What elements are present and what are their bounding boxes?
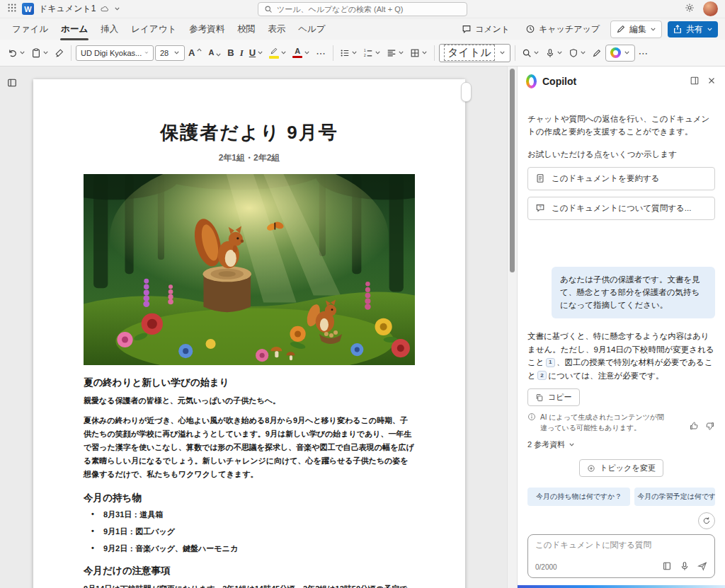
- divider: [71, 45, 72, 61]
- app-launcher-button[interactable]: [7, 3, 17, 15]
- copilot-chat: チャットや質問への返信を行い、このドキュメントの作成と要約を支援することができま…: [518, 96, 725, 585]
- share-button[interactable]: 共有: [668, 21, 718, 38]
- citation-badge[interactable]: 1: [546, 358, 555, 367]
- document-name[interactable]: ドキュメント1: [39, 3, 96, 15]
- search-input[interactable]: [277, 5, 461, 13]
- thumbnail-pane-toggle[interactable]: [5, 76, 19, 92]
- send-icon: [697, 561, 707, 571]
- copilot-input-box[interactable]: 0/2000: [527, 534, 715, 578]
- voice-input-button[interactable]: [680, 561, 690, 573]
- font-name-select[interactable]: UD Digi Kyokas...: [76, 45, 154, 61]
- settings-button[interactable]: [685, 3, 695, 15]
- format-painter-button[interactable]: [52, 46, 67, 60]
- formatting-toolbar: UD Digi Kyokas... 28 A A B I U A ⋯ タイトル: [0, 40, 725, 67]
- document-scrollbar[interactable]: [507, 67, 517, 588]
- shield-icon: [569, 48, 578, 58]
- find-button[interactable]: [520, 46, 542, 60]
- tab-references[interactable]: 参考資料: [183, 20, 231, 39]
- copilot-intro: チャットや質問への返信を行い、このドキュメントの作成と要約を支援することができま…: [527, 113, 715, 139]
- document-page[interactable]: 保護者だより 9月号 2年1組・2年2組: [33, 79, 465, 588]
- tab-help[interactable]: ヘルプ: [292, 20, 331, 39]
- bold-button[interactable]: B: [225, 46, 236, 59]
- borders-button[interactable]: [408, 46, 430, 60]
- send-button[interactable]: [697, 561, 707, 573]
- content-area: 保護者だより 9月号 2年1組・2年2組: [0, 67, 725, 588]
- copilot-input[interactable]: [535, 541, 707, 549]
- page-scroll-indicator[interactable]: [461, 82, 472, 102]
- thumbs-down-button[interactable]: [705, 421, 715, 433]
- highlighter-icon: [270, 47, 278, 55]
- change-topic-button[interactable]: トピックを変更: [579, 459, 663, 477]
- catchup-button[interactable]: キャッチアップ: [520, 21, 605, 38]
- tab-insert[interactable]: 挿入: [94, 20, 125, 39]
- undo-button[interactable]: [6, 46, 28, 60]
- divider: [333, 45, 333, 61]
- chevron-down-icon: [707, 26, 713, 33]
- ai-disclaimer: AI によって生成されたコンテンツが間違っている可能性もあります。: [527, 413, 715, 433]
- chip-study-plan[interactable]: 今月の学習予定は何ですか？: [634, 488, 715, 506]
- numbering-button[interactable]: [361, 46, 383, 60]
- more-commands-button[interactable]: ⋯: [636, 46, 651, 60]
- font-size-select[interactable]: 28: [155, 45, 185, 61]
- clock-icon: [525, 24, 535, 34]
- comments-button[interactable]: コメント: [457, 21, 515, 38]
- tab-file[interactable]: ファイル: [6, 20, 55, 39]
- editor-button[interactable]: [590, 46, 604, 60]
- tab-review[interactable]: 校閲: [231, 20, 261, 39]
- tab-home[interactable]: ホーム: [55, 20, 94, 39]
- share-icon: [673, 24, 683, 34]
- regenerate-button[interactable]: [698, 512, 715, 529]
- sidebar-icon: [7, 78, 17, 88]
- grow-font-button[interactable]: A: [186, 46, 205, 59]
- move-panel-button[interactable]: [690, 76, 700, 88]
- copilot-try-heading: お試しいただける点をいくつか示します: [527, 149, 715, 161]
- forest-squirrel-illustration[interactable]: [84, 174, 415, 365]
- thumbs-up-button[interactable]: [689, 421, 699, 433]
- section-heading: 今月の持ち物: [84, 492, 415, 505]
- dictate-button[interactable]: [543, 46, 565, 60]
- question-chat-icon: [535, 203, 545, 213]
- italic-button[interactable]: I: [238, 46, 246, 59]
- titlebar: W ドキュメント1: [0, 0, 725, 18]
- editing-mode-button[interactable]: 編集: [610, 21, 662, 38]
- tab-view[interactable]: 表示: [261, 20, 292, 39]
- scrollbar-thumb[interactable]: [510, 69, 515, 272]
- thumbs-down-icon: [705, 421, 715, 431]
- underline-button[interactable]: U: [247, 46, 266, 59]
- alignment-button[interactable]: [384, 46, 406, 60]
- suggestion-chips: 今月の持ち物は何ですか？ 今月の学習予定は何ですか？: [527, 488, 715, 506]
- chevron-down-icon[interactable]: [114, 6, 120, 12]
- tab-layout[interactable]: レイアウト: [125, 20, 183, 39]
- bullets-button[interactable]: [338, 46, 360, 60]
- paste-button[interactable]: [29, 46, 51, 60]
- mic-icon: [545, 48, 555, 58]
- info-icon: [527, 413, 536, 421]
- more-formatting-button[interactable]: ⋯: [314, 46, 329, 60]
- references-toggle[interactable]: 2 参考資料: [527, 439, 575, 450]
- document-canvas: 保護者だより 9月号 2年1組・2年2組: [0, 67, 507, 588]
- copy-button[interactable]: コピー: [527, 388, 580, 406]
- sensitivity-button[interactable]: [566, 46, 588, 60]
- font-color-button[interactable]: A: [290, 45, 312, 61]
- copilot-accent-bar: [518, 585, 725, 588]
- copy-icon: [535, 393, 544, 402]
- search-box[interactable]: [258, 2, 467, 16]
- copilot-panel: Copilot チャットや質問への返信を行い、このドキュメントの作成と要約を支援…: [517, 67, 725, 588]
- chip-belongings[interactable]: 今月の持ち物は何ですか？: [527, 488, 630, 506]
- ask-about-document-button[interactable]: このドキュメントについて質問する...: [527, 197, 715, 220]
- summarize-document-button[interactable]: このドキュメントを要約する: [527, 167, 715, 190]
- highlight-color-button[interactable]: [267, 45, 289, 61]
- style-gallery[interactable]: タイトル: [439, 44, 510, 62]
- mic-icon: [680, 561, 690, 571]
- doc-title: 保護者だより 9月号: [84, 120, 415, 145]
- close-panel-button[interactable]: [707, 76, 717, 88]
- copilot-button[interactable]: [605, 45, 635, 62]
- chevron-down-icon: [650, 26, 656, 33]
- avatar[interactable]: [703, 1, 718, 16]
- citation-badge[interactable]: 2: [537, 371, 547, 380]
- popout-icon: [690, 76, 700, 86]
- list-item: 9月1日：図工バッグ: [86, 526, 415, 537]
- prompt-library-button[interactable]: [662, 561, 672, 573]
- copilot-icon: [610, 47, 621, 58]
- shrink-font-button[interactable]: A: [206, 45, 224, 60]
